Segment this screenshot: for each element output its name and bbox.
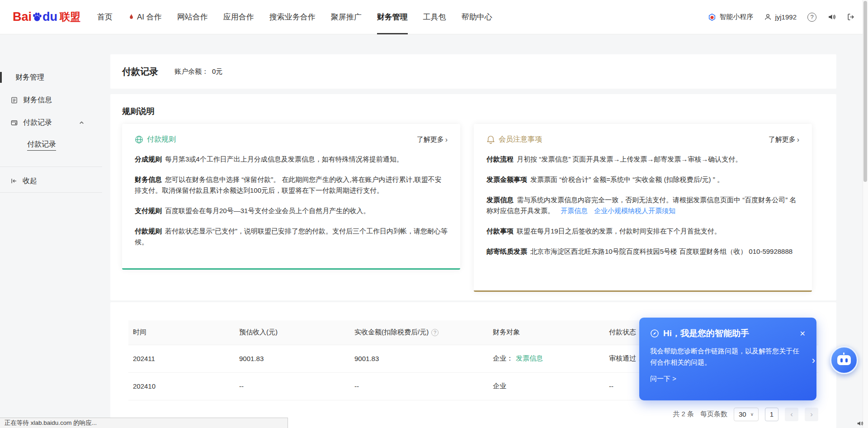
sidebar-item-finance-info[interactable]: 财务信息 [0, 89, 102, 111]
logo-text-bai: Bai [13, 10, 32, 24]
per-page-label: 每页条数 [700, 410, 727, 418]
cell-time: 202411 [128, 345, 235, 372]
payment-rules-card: 付款规则 了解更多 › 分成规则每月第3或4个工作日产出上月分成信息及发票信息，… [122, 124, 460, 270]
rule-item: 分成规则每月第3或4个工作日产出上月分成信息及发票信息，如有特殊情况将提前通知。 [135, 154, 448, 165]
miniprogram-entry[interactable]: 智能小程序 [708, 13, 753, 21]
cell-actual: -- [350, 372, 488, 400]
per-page-select[interactable]: 30 ∨ [734, 408, 759, 421]
baidu-union-logo[interactable]: Bai du 联盟 [13, 10, 80, 24]
cell-entity: 企业 [488, 372, 604, 400]
assistant-robot-button[interactable] [830, 346, 858, 374]
nav-item-finance[interactable]: 财务管理 [369, 0, 415, 34]
robot-face-icon [837, 355, 851, 365]
corner-speaker-icon[interactable] [856, 420, 863, 427]
miniprogram-icon [708, 13, 716, 21]
logo-text-du: du [42, 10, 57, 24]
logo-text-union: 联盟 [60, 10, 80, 24]
rule-label: 财务信息 [135, 176, 162, 183]
nav-item-toolkit[interactable]: 工具包 [415, 0, 454, 34]
miniprogram-label: 智能小程序 [719, 13, 753, 21]
sidebar-root-label: 财务管理 [15, 73, 44, 82]
sidebar-collapse-button[interactable]: 收起 [0, 170, 102, 192]
collapse-icon [10, 177, 18, 185]
balance-value: 0元 [212, 67, 222, 76]
small-taxpayer-guide-link[interactable]: 企业小规模纳税人开票须知 [594, 207, 675, 214]
rule-item: 财务信息您可以在财务信息中选择 “保留付款”。 在此期间您产生的收入,将在账户内… [135, 174, 448, 196]
rule-label: 支付规则 [135, 207, 162, 214]
page-number-button[interactable]: 1 [765, 408, 778, 421]
sidebar-item-finance-root[interactable]: 财务管理 [0, 66, 102, 89]
help-icon[interactable]: ? [807, 13, 816, 22]
sidebar-subitem-payment-records[interactable]: 付款记录 [0, 134, 102, 157]
col-actual: 实收金额(扣除税费后/元)? [350, 320, 488, 345]
rule-cards: 付款规则 了解更多 › 分成规则每月第3或4个工作日产出上月分成信息及发票信息，… [122, 124, 825, 292]
user-account[interactable]: jyj1992 [764, 13, 797, 21]
cell-actual: 9001.83 [350, 345, 488, 372]
assistant-popup: Hi，我是您的智能助手 ✕ 我会帮助您诊断合作链路问题，以及解答您关于任何合作相… [639, 318, 816, 400]
sidebar-divider [0, 166, 102, 167]
speaker-icon[interactable] [827, 13, 836, 21]
wallet-icon [10, 119, 18, 127]
scrollbar-thumb[interactable] [863, 1, 867, 182]
logout-icon[interactable] [847, 13, 855, 21]
invoice-info-table-link[interactable]: 发票信息 [516, 354, 543, 362]
more-label: 了解更多 [769, 135, 796, 144]
rule-item: 付款流程月初按 “发票信息” 页面开具发票→上传发票→邮寄发票→审核→确认支付。 [486, 154, 799, 165]
prev-page-button[interactable]: ‹ [785, 408, 798, 421]
nav-item-help-center[interactable]: 帮助中心 [454, 0, 500, 34]
cell-time: 202410 [128, 372, 235, 400]
browser-status-bar: 正在等待 xlab.baidu.com 的响应... [0, 418, 288, 428]
rules-section: 规则说明 付款规则 了解更多 › 分成规则每月第3或4个工作日产出上月分成信息及… [110, 94, 836, 300]
cell-estimated: 9001.83 [235, 345, 350, 372]
rule-label: 发票金额事项 [486, 176, 527, 183]
rule-label: 发票信息 [486, 196, 514, 204]
nav-item-juping[interactable]: 聚屏推广 [323, 0, 369, 34]
nav-item-app[interactable]: 应用合作 [216, 0, 262, 34]
rule-label: 付款规则 [135, 227, 162, 235]
balance-label: 账户余额： [175, 67, 208, 76]
rule-item: 付款事项联盟在每月19日之后签收的发票，付款时间安排在下个月首批支付。 [486, 226, 799, 237]
nav-item-search-biz[interactable]: 搜索业务合作 [262, 0, 323, 34]
rule-item: 支付规则百度联盟会在每月20号—31号支付企业会员上个自然月产生的收入。 [135, 205, 448, 216]
rule-item: 邮寄纸质发票北京市海淀区西北旺东路10号院百度科技园5号楼 百度联盟财务组（收）… [486, 246, 799, 257]
page-header-card: 付款记录 账户余额： 0元 [110, 54, 836, 89]
rule-label: 分成规则 [135, 155, 162, 163]
col-actual-label: 实收金额(扣除税费后/元) [354, 328, 429, 337]
rule-text: 百度联盟会在每月20号—31号支付企业会员上个自然月产生的收入。 [165, 207, 370, 214]
sidebar-subitem-label: 付款记录 [27, 140, 56, 151]
assistant-ask-link[interactable]: 问一下 > [650, 375, 676, 383]
close-icon[interactable]: ✕ [800, 329, 806, 338]
rule-text: 您可以在财务信息中选择 “保留付款”。 在此期间您产生的收入,将在账户内进行累计… [135, 176, 442, 194]
username: jyj1992 [775, 13, 797, 21]
nav-item-ai[interactable]: AI 合作 [120, 0, 170, 34]
invoice-info-link[interactable]: 开票信息 [561, 207, 588, 214]
next-page-button[interactable]: › [805, 408, 818, 421]
caret-down-icon: ∨ [750, 412, 754, 417]
account-balance: 账户余额： 0元 [175, 67, 222, 76]
rule-text: 北京市海淀区西北旺东路10号院百度科技园5号楼 百度联盟财务组（收） 010-5… [530, 247, 793, 255]
payment-rules-title: 付款规则 [147, 135, 176, 144]
sidebar-finance-info-label: 财务信息 [23, 95, 52, 105]
sidebar-divider [0, 192, 102, 193]
baidu-paw-icon [32, 12, 42, 23]
rule-item: 付款规则若付款状态显示“已支付”，说明联盟已安排了您的付款。支付后三个工作日内到… [135, 226, 448, 247]
top-navbar: Bai du 联盟 首页 AI 合作 网站合作 应用合作 搜索业务合作 聚屏推广… [0, 0, 868, 34]
nav-item-website[interactable]: 网站合作 [170, 0, 216, 34]
flame-icon [128, 13, 135, 21]
sidebar-payment-records-label: 付款记录 [23, 118, 52, 128]
rule-label: 付款流程 [486, 155, 514, 163]
sidebar-item-payment-records[interactable]: 付款记录 [0, 111, 102, 134]
payment-rules-more-link[interactable]: 了解更多 › [417, 135, 448, 144]
rule-text: 月初按 “发票信息” 页面开具发票→上传发票→邮寄发票→审核→确认支付。 [517, 155, 742, 163]
scrollbar-track[interactable] [863, 0, 868, 428]
sidebar-collapse-label: 收起 [23, 176, 37, 186]
question-circle-icon[interactable]: ? [431, 329, 439, 336]
chevron-up-icon[interactable] [79, 120, 85, 126]
member-notes-more-link[interactable]: 了解更多 › [769, 135, 799, 144]
nav-item-home[interactable]: 首页 [90, 0, 120, 34]
rules-section-title: 规则说明 [122, 106, 825, 117]
rule-label: 邮寄纸质发票 [486, 247, 527, 255]
cell-entity: 企业：发票信息 [488, 345, 604, 372]
total-count: 共 2 条 [673, 410, 694, 418]
sidebar: 财务管理 财务信息 付款记录 付款记录 收起 [0, 34, 102, 193]
